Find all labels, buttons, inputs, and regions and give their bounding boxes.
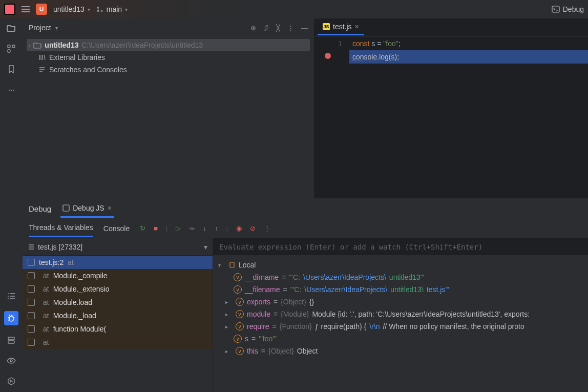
var-row[interactable]: v __dirname = "'C:\Users\azerr\IdeaProje…: [213, 271, 588, 283]
frame-icon: [28, 285, 35, 293]
folder-icon: [33, 42, 41, 49]
chevron-right-icon: ▸: [225, 299, 233, 305]
debug-run-button[interactable]: Debug: [552, 5, 584, 13]
close-icon[interactable]: ×: [355, 23, 359, 31]
target-icon[interactable]: ⊕: [250, 24, 256, 32]
structure-tool-icon[interactable]: [6, 43, 17, 54]
chevron-down-icon[interactable]: ▾: [55, 25, 58, 31]
evaluate-input[interactable]: Evaluate expression (Enter) or add a wat…: [213, 238, 588, 256]
branch-selector[interactable]: main▾: [96, 5, 128, 13]
project-panel: Project ▾ ⊕ ⇵ ╳ ⋮ — › untitled13: [23, 18, 314, 198]
stack-frame[interactable]: at function Module(: [23, 322, 213, 336]
var-row[interactable]: ▸ v require = {Function} ƒ require(path)…: [213, 320, 588, 333]
expand-icon[interactable]: ⇵: [263, 24, 269, 32]
branch-icon: [96, 6, 103, 13]
step-over-icon[interactable]: ⤼: [189, 224, 195, 232]
var-row[interactable]: ▸ v this = {Object} Object: [213, 345, 588, 357]
mute-breakpoints-icon[interactable]: ⊘: [250, 224, 256, 232]
bookmark-tool-icon[interactable]: [6, 64, 17, 75]
restart-icon[interactable]: ↻: [140, 224, 145, 232]
close-icon[interactable]: ×: [108, 204, 112, 212]
terminal-icon: [552, 5, 560, 13]
var-icon: v: [236, 347, 244, 355]
project-tool-icon[interactable]: [6, 23, 17, 34]
tab-console[interactable]: Console: [103, 220, 130, 237]
var-icon: v: [236, 298, 244, 306]
breakpoint-icon[interactable]: [325, 53, 331, 59]
stack-icon: [28, 243, 35, 251]
js-file-icon: JS: [323, 23, 330, 30]
line-number: 1: [314, 37, 342, 50]
tab-threads-variables[interactable]: Threads & Variables: [29, 219, 93, 237]
terminal-icon: [62, 204, 70, 212]
database-tool-icon[interactable]: [6, 335, 17, 346]
tool-strip: ⋯: [0, 18, 23, 392]
scope-local[interactable]: ▾ Local: [213, 259, 588, 271]
var-icon: v: [236, 322, 244, 331]
tree-external-libraries[interactable]: External Libraries: [27, 51, 310, 64]
chevron-down-icon: ▾: [125, 7, 128, 12]
var-icon: v: [234, 335, 242, 343]
stack-frame[interactable]: at Module._extensio: [23, 282, 213, 296]
minimize-icon[interactable]: —: [301, 24, 308, 32]
stack-frame[interactable]: at Module.load: [23, 296, 213, 309]
debug-tool-icon[interactable]: [4, 311, 18, 325]
editor-tab-testjs[interactable]: JS test.js ×: [318, 19, 364, 35]
frames-panel: test.js [27332] ▾ test.js:2 at at Module…: [23, 238, 213, 392]
stack-frame[interactable]: test.js:2 at: [23, 256, 213, 269]
more-icon[interactable]: ⋯: [6, 84, 17, 95]
svg-rect-9: [230, 262, 234, 267]
editor-tabs: JS test.js ×: [314, 18, 588, 37]
kebab-icon[interactable]: ⋮: [287, 24, 294, 32]
step-into-icon[interactable]: ↓: [203, 224, 206, 232]
var-row[interactable]: v __filename = "'C:\Users\azerr\IdeaProj…: [213, 283, 588, 296]
frame-icon: [28, 339, 35, 346]
variables-panel: Evaluate expression (Enter) or add a wat…: [213, 238, 588, 392]
var-icon: v: [234, 285, 242, 294]
kebab-icon[interactable]: ⋮: [264, 224, 270, 232]
thread-selector[interactable]: test.js [27332] ▾: [23, 238, 213, 256]
tree-root[interactable]: › untitled13 C:\Users\azerr\IdeaProjects…: [27, 39, 310, 51]
stack-frame[interactable]: at Module._compile: [23, 269, 213, 282]
var-row[interactable]: ▸ v module = {Module} Module {id: '.', p…: [213, 308, 588, 320]
project-badge[interactable]: U: [36, 4, 47, 15]
debug-panel-title: Debug: [29, 204, 51, 213]
breakpoints-icon[interactable]: ◉: [236, 224, 242, 232]
library-icon: [38, 54, 46, 61]
chevron-down-icon[interactable]: ▾: [204, 243, 207, 251]
svg-point-7: [10, 360, 12, 362]
svg-rect-2: [12, 45, 15, 48]
chevron-right-icon: ▸: [225, 324, 233, 329]
list-tool-icon[interactable]: [6, 291, 17, 302]
step-out-icon[interactable]: ↑: [215, 224, 218, 232]
stack-frame[interactable]: at: [23, 336, 213, 349]
project-tree[interactable]: › untitled13 C:\Users\azerr\IdeaProjects…: [23, 37, 314, 78]
svg-rect-6: [8, 341, 14, 343]
code-area[interactable]: 1 const s = "foo"; console.log(s);: [314, 37, 588, 64]
project-name[interactable]: untitled13▾: [53, 5, 90, 13]
frame-icon: [28, 299, 35, 306]
stop-icon[interactable]: ■: [154, 224, 158, 232]
var-row[interactable]: ▸ v exports = {Object} {}: [213, 296, 588, 308]
close-icon[interactable]: ╳: [276, 24, 280, 32]
chevron-down-icon: ▾: [218, 262, 225, 268]
chevron-down-icon: ▾: [88, 7, 90, 12]
services-tool-icon[interactable]: [6, 376, 17, 387]
chevron-right-icon: ›: [29, 43, 30, 48]
svg-rect-3: [8, 50, 10, 52]
var-row[interactable]: v s = "'foo'": [213, 333, 588, 345]
scratch-icon: [38, 66, 46, 73]
stack-frame[interactable]: at Module._load: [23, 309, 213, 322]
svg-rect-0: [552, 6, 559, 12]
eye-tool-icon[interactable]: [6, 355, 17, 366]
titlebar: U untitled13▾ main▾ Debug: [0, 0, 588, 18]
editor: JS test.js × 1 const s = "foo"; console.…: [314, 18, 588, 198]
svg-rect-1: [8, 45, 10, 48]
resume-icon[interactable]: ▷: [176, 224, 181, 232]
menu-icon[interactable]: [22, 6, 30, 12]
tree-scratches[interactable]: Scratches and Consoles: [27, 64, 310, 76]
frame-icon: [28, 312, 35, 319]
svg-rect-5: [8, 337, 14, 340]
scope-icon: [228, 261, 236, 269]
debug-session-tab[interactable]: Debug JS ×: [60, 200, 114, 218]
